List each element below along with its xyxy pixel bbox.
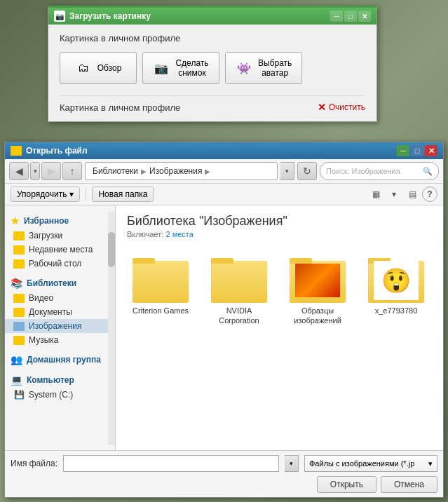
library-title: Библиотека "Изображения" — [127, 214, 287, 229]
view-buttons: ▦ ▾ ▤ ? — [367, 186, 437, 202]
view-pane-button[interactable]: ▤ — [404, 186, 421, 202]
meme-folder-name: x_e7793780 — [375, 306, 418, 316]
address-dropdown[interactable]: ▾ — [280, 162, 294, 180]
desktop-label: Рабочий стол — [29, 259, 81, 269]
snapshot-label: Сделать снимок — [175, 58, 208, 78]
filename-input[interactable] — [63, 455, 279, 472]
bottom-bar: Имя файла: ▾ Файлы с изображениями (*.jp… — [5, 450, 443, 497]
library-info: Библиотека "Изображения" Включает: 2 мес… — [127, 214, 287, 238]
sidebar-item-recent[interactable]: Недавние места — [5, 243, 108, 257]
upload-dialog-icon: 📷 — [54, 11, 65, 22]
upload-footer: Картинка в личном профиле ✕ Очистить — [60, 95, 365, 113]
sidebar-item-desktop[interactable]: Рабочий стол — [5, 257, 108, 271]
criterion-folder-bg — [133, 261, 189, 303]
refresh-icon: ↻ — [303, 165, 311, 177]
filename-dropdown[interactable]: ▾ — [285, 455, 299, 472]
includes-label: Включает: — [127, 230, 163, 238]
nvidia-folder-thumb — [205, 252, 273, 303]
clear-x-icon: ✕ — [318, 102, 326, 113]
refresh-button[interactable]: ↻ — [297, 162, 317, 180]
snapshot-button[interactable]: 📷 Сделать снимок — [142, 52, 219, 84]
system-drive-icon: 💾 — [13, 390, 25, 400]
file-dialog-title: Открыть файл — [26, 146, 88, 156]
video-label: Видео — [29, 293, 53, 303]
computer-icon: 💻 — [11, 374, 22, 386]
favorites-header: ★ Избранное — [5, 211, 108, 229]
folder-item-criterion[interactable]: Criterion Games — [127, 250, 194, 329]
search-box[interactable]: Поиск: Изображения 🔍 — [320, 162, 439, 180]
filename-label: Имя файла: — [11, 459, 57, 468]
sidebar-item-system-c[interactable]: 💾 System (C:) — [5, 388, 108, 402]
back-arrow-icon: ◀ — [15, 165, 23, 177]
folder-item-meme[interactable]: 😲 x_e7793780 — [362, 250, 430, 329]
clear-button[interactable]: ✕ Очистить — [318, 102, 365, 113]
upload-close-button[interactable]: ✕ — [358, 11, 371, 22]
folder-grid: Criterion Games NVIDIA Corporation — [127, 250, 432, 329]
content-header: Библиотека "Изображения" Включает: 2 мес… — [127, 214, 432, 238]
file-close-button[interactable]: ✕ — [425, 145, 437, 156]
open-button[interactable]: Открыть — [317, 476, 376, 493]
downloads-label: Загрузки — [29, 231, 62, 240]
upload-dialog-titlebar: 📷 Загрузить картинку ─ □ ✕ — [48, 8, 376, 25]
libraries-header: 📚 Библиотеки — [5, 273, 108, 291]
upload-min-button[interactable]: ─ — [330, 11, 343, 22]
music-label: Музыка — [29, 335, 58, 345]
filetype-select[interactable]: Файлы с изображениями (*.jp ▾ — [304, 455, 437, 472]
sidebar-scrollbar[interactable] — [108, 211, 115, 445]
main-area: ★ Избранное Загрузки Недавние места — [5, 205, 443, 450]
homegroup-icon: 👥 — [11, 354, 22, 365]
sidebar-item-music[interactable]: Музыка — [5, 333, 108, 347]
avatar-button[interactable]: 👾 Выбрать аватар — [225, 52, 302, 84]
meme-folder-thumb: 😲 — [362, 252, 430, 303]
file-max-button[interactable]: □ — [411, 145, 423, 156]
music-folder-icon — [13, 335, 25, 345]
filetype-label: Файлы с изображениями (*.jp — [309, 459, 414, 468]
includes-count-link[interactable]: 2 места — [165, 230, 193, 238]
filename-row: Имя файла: ▾ Файлы с изображениями (*.jp… — [11, 455, 437, 472]
cancel-button[interactable]: Отмена — [381, 476, 437, 493]
sidebar-item-video[interactable]: Видео — [5, 291, 108, 305]
file-dialog-icon — [11, 146, 22, 156]
address-bar: ◀ ▾ ▶ ↑ Библиотеки ▶ Изображения ▶ ▾ ↻ — [5, 159, 443, 184]
nvidia-folder-tab — [211, 258, 233, 264]
view-dropdown-button[interactable]: ▾ — [386, 186, 402, 202]
folder-item-nvidia[interactable]: NVIDIA Corporation — [205, 250, 273, 329]
up-button[interactable]: ↑ — [62, 162, 82, 180]
meme-face-emoji: 😲 — [381, 266, 411, 294]
file-min-button[interactable]: ─ — [397, 145, 409, 156]
upload-title-left: 📷 Загрузить картинку — [54, 11, 151, 22]
documents-label: Документы — [29, 307, 72, 317]
libraries-header-label: Библиотеки — [27, 278, 76, 288]
organize-button[interactable]: Упорядочить ▾ — [11, 186, 80, 202]
homegroup-label: Домашняя группа — [27, 355, 101, 365]
new-folder-button[interactable]: Новая папка — [92, 186, 154, 202]
toolbar-separator — [86, 187, 86, 201]
homegroup-section: 👥 Домашняя группа — [5, 350, 108, 367]
sidebar-item-documents[interactable]: Документы — [5, 305, 108, 319]
view-grid-button[interactable]: ▦ — [367, 186, 384, 202]
file-dialog-titlebar: Открыть файл ─ □ ✕ — [5, 142, 443, 159]
folder-item-samples[interactable]: Образцы изображений — [284, 250, 351, 329]
forward-button[interactable]: ▶ — [41, 162, 61, 180]
upload-dialog-controls: ─ □ ✕ — [330, 11, 371, 22]
libraries-section: 📚 Библиотеки Видео Документы — [5, 273, 108, 347]
help-button[interactable]: ? — [422, 186, 437, 202]
address-path[interactable]: Библиотеки ▶ Изображения ▶ — [85, 162, 278, 180]
upload-max-button[interactable]: □ — [344, 11, 357, 22]
upload-buttons: 🗂 Обзор 📷 Сделать снимок 👾 Выбрать авата… — [60, 52, 365, 84]
back-button[interactable]: ◀ — [9, 162, 29, 180]
upload-section-label: Картинка в личном профиле — [60, 33, 365, 43]
desktop-folder-icon — [13, 259, 25, 269]
sidebar-item-downloads[interactable]: Загрузки — [5, 229, 108, 243]
samples-folder-thumb — [284, 252, 351, 303]
browse-button[interactable]: 🗂 Обзор — [60, 52, 137, 84]
file-dialog-controls: ─ □ ✕ — [397, 145, 437, 156]
favorites-section: ★ Избранное Загрузки Недавние места — [5, 211, 108, 271]
search-icon: 🔍 — [423, 167, 433, 176]
upload-dialog: 📷 Загрузить картинку ─ □ ✕ Картинка в ли… — [48, 6, 377, 122]
forward-arrow-icon: ▶ — [48, 165, 55, 177]
upload-dialog-title: Загрузить картинку — [69, 11, 151, 21]
upload-footer-label: Картинка в личном профиле — [60, 102, 180, 113]
back-dropdown[interactable]: ▾ — [30, 162, 40, 180]
sidebar-item-images[interactable]: Изображения — [5, 319, 108, 333]
